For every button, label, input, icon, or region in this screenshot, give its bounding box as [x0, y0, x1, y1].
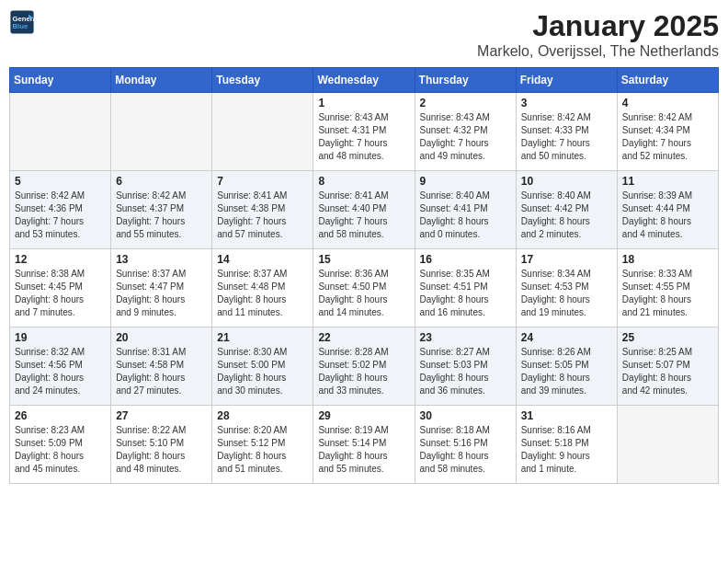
- day-number: 9: [420, 175, 511, 188]
- calendar-day-cell: 13Sunrise: 8:37 AM Sunset: 4:47 PM Dayli…: [111, 249, 212, 327]
- calendar-day-cell: 8Sunrise: 8:41 AM Sunset: 4:40 PM Daylig…: [313, 171, 415, 249]
- calendar-day-cell: 17Sunrise: 8:34 AM Sunset: 4:53 PM Dayli…: [516, 249, 617, 327]
- day-number: 23: [420, 331, 511, 344]
- calendar-day-cell: 22Sunrise: 8:28 AM Sunset: 5:02 PM Dayli…: [313, 327, 415, 406]
- day-number: 11: [622, 175, 713, 188]
- calendar-day-cell: 28Sunrise: 8:20 AM Sunset: 5:12 PM Dayli…: [212, 406, 313, 484]
- calendar-day-cell: 3Sunrise: 8:42 AM Sunset: 4:33 PM Daylig…: [516, 93, 617, 171]
- calendar-day-cell: 9Sunrise: 8:40 AM Sunset: 4:41 PM Daylig…: [415, 171, 516, 249]
- day-info: Sunrise: 8:20 AM Sunset: 5:12 PM Dayligh…: [217, 424, 308, 476]
- calendar-day-cell: 15Sunrise: 8:36 AM Sunset: 4:50 PM Dayli…: [313, 249, 415, 327]
- calendar-week-row: 1Sunrise: 8:43 AM Sunset: 4:31 PM Daylig…: [10, 93, 719, 171]
- day-info: Sunrise: 8:33 AM Sunset: 4:55 PM Dayligh…: [622, 268, 713, 319]
- day-number: 12: [15, 253, 106, 266]
- day-number: 27: [116, 409, 207, 422]
- calendar-day-cell: 31Sunrise: 8:16 AM Sunset: 5:18 PM Dayli…: [516, 406, 617, 484]
- day-number: 17: [521, 253, 612, 266]
- calendar-day-cell: 12Sunrise: 8:38 AM Sunset: 4:45 PM Dayli…: [10, 249, 111, 327]
- weekday-header-cell: Tuesday: [212, 68, 313, 93]
- day-number: 24: [521, 331, 612, 344]
- day-number: 18: [622, 253, 713, 266]
- calendar-day-cell: 27Sunrise: 8:22 AM Sunset: 5:10 PM Dayli…: [111, 406, 212, 484]
- calendar-day-cell: 2Sunrise: 8:43 AM Sunset: 4:32 PM Daylig…: [415, 93, 516, 171]
- day-info: Sunrise: 8:41 AM Sunset: 4:40 PM Dayligh…: [318, 190, 409, 241]
- calendar-day-cell: 25Sunrise: 8:25 AM Sunset: 5:07 PM Dayli…: [617, 327, 718, 406]
- logo: General Blue: [9, 9, 35, 35]
- day-info: Sunrise: 8:37 AM Sunset: 4:47 PM Dayligh…: [116, 268, 207, 319]
- day-info: Sunrise: 8:23 AM Sunset: 5:09 PM Dayligh…: [15, 424, 106, 476]
- day-info: Sunrise: 8:26 AM Sunset: 5:05 PM Dayligh…: [521, 346, 612, 397]
- calendar-day-cell: 14Sunrise: 8:37 AM Sunset: 4:48 PM Dayli…: [212, 249, 313, 327]
- day-info: Sunrise: 8:42 AM Sunset: 4:37 PM Dayligh…: [116, 190, 207, 241]
- day-number: 2: [420, 97, 511, 109]
- calendar-week-row: 26Sunrise: 8:23 AM Sunset: 5:09 PM Dayli…: [10, 406, 719, 484]
- day-info: Sunrise: 8:27 AM Sunset: 5:03 PM Dayligh…: [420, 346, 511, 397]
- calendar-day-cell: 21Sunrise: 8:30 AM Sunset: 5:00 PM Dayli…: [212, 327, 313, 406]
- day-info: Sunrise: 8:34 AM Sunset: 4:53 PM Dayligh…: [521, 268, 612, 319]
- calendar-day-cell: [10, 93, 111, 171]
- day-info: Sunrise: 8:16 AM Sunset: 5:18 PM Dayligh…: [521, 424, 612, 476]
- calendar-day-cell: [212, 93, 313, 171]
- calendar-subtitle: Markelo, Overijssel, The Netherlands: [477, 43, 719, 60]
- day-number: 6: [116, 175, 207, 188]
- day-number: 22: [318, 331, 409, 344]
- weekday-header-cell: Monday: [111, 68, 212, 93]
- day-number: 14: [217, 253, 308, 266]
- calendar-day-cell: 10Sunrise: 8:40 AM Sunset: 4:42 PM Dayli…: [516, 171, 617, 249]
- day-info: Sunrise: 8:18 AM Sunset: 5:16 PM Dayligh…: [420, 424, 511, 476]
- day-info: Sunrise: 8:28 AM Sunset: 5:02 PM Dayligh…: [318, 346, 409, 397]
- day-info: Sunrise: 8:38 AM Sunset: 4:45 PM Dayligh…: [15, 268, 106, 319]
- calendar-table: SundayMondayTuesdayWednesdayThursdayFrid…: [9, 67, 719, 484]
- day-info: Sunrise: 8:42 AM Sunset: 4:36 PM Dayligh…: [15, 190, 106, 241]
- day-info: Sunrise: 8:39 AM Sunset: 4:44 PM Dayligh…: [622, 190, 713, 241]
- day-number: 30: [420, 409, 511, 422]
- weekday-header-cell: Sunday: [10, 68, 111, 93]
- day-number: 3: [521, 97, 612, 109]
- calendar-day-cell: 4Sunrise: 8:42 AM Sunset: 4:34 PM Daylig…: [617, 93, 718, 171]
- day-info: Sunrise: 8:35 AM Sunset: 4:51 PM Dayligh…: [420, 268, 511, 319]
- day-info: Sunrise: 8:40 AM Sunset: 4:42 PM Dayligh…: [521, 190, 612, 241]
- day-number: 26: [15, 409, 106, 422]
- weekday-header-cell: Wednesday: [313, 68, 415, 93]
- day-info: Sunrise: 8:43 AM Sunset: 4:31 PM Dayligh…: [318, 111, 409, 163]
- day-number: 10: [521, 175, 612, 188]
- weekday-header-cell: Friday: [516, 68, 617, 93]
- calendar-day-cell: 19Sunrise: 8:32 AM Sunset: 4:56 PM Dayli…: [10, 327, 111, 406]
- day-info: Sunrise: 8:25 AM Sunset: 5:07 PM Dayligh…: [622, 346, 713, 397]
- day-number: 4: [622, 97, 713, 109]
- weekday-header-row: SundayMondayTuesdayWednesdayThursdayFrid…: [10, 68, 719, 93]
- svg-text:Blue: Blue: [13, 22, 28, 30]
- calendar-week-row: 19Sunrise: 8:32 AM Sunset: 4:56 PM Dayli…: [10, 327, 719, 406]
- day-number: 28: [217, 409, 308, 422]
- day-number: 16: [420, 253, 511, 266]
- day-info: Sunrise: 8:30 AM Sunset: 5:00 PM Dayligh…: [217, 346, 308, 397]
- calendar-day-cell: 6Sunrise: 8:42 AM Sunset: 4:37 PM Daylig…: [111, 171, 212, 249]
- calendar-day-cell: [111, 93, 212, 171]
- day-info: Sunrise: 8:40 AM Sunset: 4:41 PM Dayligh…: [420, 190, 511, 241]
- day-info: Sunrise: 8:19 AM Sunset: 5:14 PM Dayligh…: [318, 424, 409, 476]
- calendar-title: January 2025: [477, 9, 719, 43]
- day-number: 19: [15, 331, 106, 344]
- calendar-week-row: 5Sunrise: 8:42 AM Sunset: 4:36 PM Daylig…: [10, 171, 719, 249]
- day-number: 25: [622, 331, 713, 344]
- weekday-header-cell: Thursday: [415, 68, 516, 93]
- day-number: 15: [318, 253, 409, 266]
- day-info: Sunrise: 8:43 AM Sunset: 4:32 PM Dayligh…: [420, 111, 511, 163]
- weekday-header-cell: Saturday: [617, 68, 718, 93]
- day-info: Sunrise: 8:42 AM Sunset: 4:34 PM Dayligh…: [622, 111, 713, 163]
- day-number: 21: [217, 331, 308, 344]
- calendar-day-cell: 18Sunrise: 8:33 AM Sunset: 4:55 PM Dayli…: [617, 249, 718, 327]
- day-number: 8: [318, 175, 409, 188]
- title-section: January 2025 Markelo, Overijssel, The Ne…: [477, 9, 719, 60]
- day-number: 20: [116, 331, 207, 344]
- calendar-day-cell: 5Sunrise: 8:42 AM Sunset: 4:36 PM Daylig…: [10, 171, 111, 249]
- calendar-week-row: 12Sunrise: 8:38 AM Sunset: 4:45 PM Dayli…: [10, 249, 719, 327]
- day-number: 13: [116, 253, 207, 266]
- svg-text:General: General: [13, 15, 36, 23]
- logo-icon: General Blue: [9, 9, 35, 35]
- calendar-day-cell: 26Sunrise: 8:23 AM Sunset: 5:09 PM Dayli…: [10, 406, 111, 484]
- day-info: Sunrise: 8:41 AM Sunset: 4:38 PM Dayligh…: [217, 190, 308, 241]
- day-info: Sunrise: 8:22 AM Sunset: 5:10 PM Dayligh…: [116, 424, 207, 476]
- calendar-day-cell: 30Sunrise: 8:18 AM Sunset: 5:16 PM Dayli…: [415, 406, 516, 484]
- day-number: 31: [521, 409, 612, 422]
